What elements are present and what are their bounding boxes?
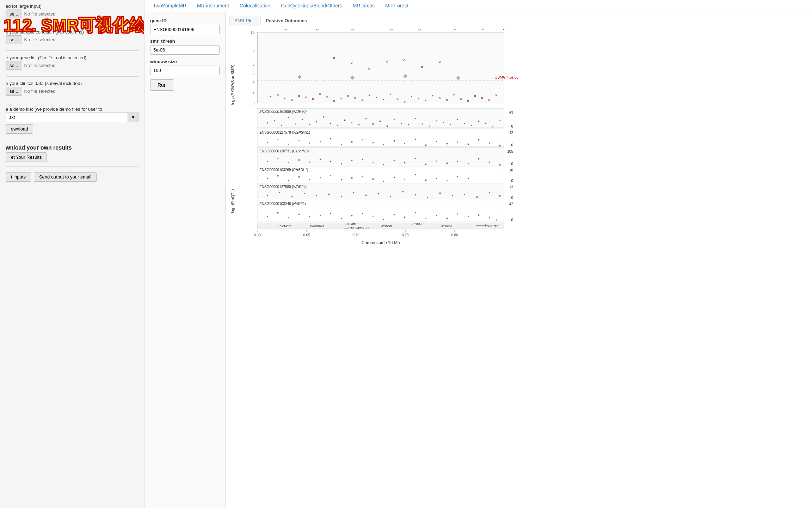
window-size-group: window size	[150, 59, 220, 75]
gene-list-no-file: No file selected	[24, 63, 56, 68]
svg-text:ENSG00000127580 (WDR24): ENSG00000127580 (WDR24)	[259, 185, 307, 189]
svg-text:6: 6	[252, 62, 254, 66]
download-heading: wnload your own results	[6, 145, 139, 151]
svg-text:ENSG00000103245 (NARFL): ENSG00000103245 (NARFL)	[259, 202, 306, 206]
sub-tab-positive-outcomes[interactable]: Positive Outcomes	[260, 16, 312, 25]
svg-text:13: 13	[509, 185, 513, 189]
large-input-file-row: se... No file selected	[6, 10, 139, 18]
tab-two-sample-mr[interactable]: TwoSampleMR	[148, 0, 191, 12]
tab-mr-forest[interactable]: MR Forest	[380, 0, 413, 12]
gene-list-section: e your gene list (The 1st col is selecte…	[6, 55, 139, 72]
svg-text:18: 18	[509, 168, 513, 172]
tab-colocalisation[interactable]: Colocalisation	[235, 0, 275, 12]
svg-text:-log₁₀(P GWAS or SMR): -log₁₀(P GWAS or SMR)	[230, 65, 235, 106]
svg-text:105: 105	[507, 150, 513, 153]
svg-text:ENSG00000130731 (C16orf13): ENSG00000130731 (C16orf13)	[259, 149, 309, 153]
content-area: gene ID smr_thresh window size Run SMR P…	[144, 12, 812, 508]
download-section: wnload your own results et Your Results	[6, 143, 139, 162]
smr-thresh-label: smr_thresh	[150, 38, 220, 44]
gene-id-input[interactable]	[150, 25, 220, 34]
svg-text:0: 0	[511, 196, 513, 200]
divider-6	[6, 166, 139, 167]
svg-text:8: 8	[252, 48, 254, 52]
window-size-label: window size	[150, 59, 220, 64]
tab-mr-circos[interactable]: MR circos	[348, 0, 380, 12]
svg-text:Chromosome 16 Mb: Chromosome 16 Mb	[362, 240, 400, 245]
smr-thresh-input[interactable]	[150, 45, 220, 55]
controls-panel: gene ID smr_thresh window size Run	[144, 12, 226, 508]
tab-mr-instrument[interactable]: MR instrument	[192, 0, 234, 12]
demo-dropdown-arrow-icon[interactable]: ▼	[128, 113, 139, 122]
bottom-buttons: t inputs Send output to your email	[6, 172, 139, 182]
left-panel: 112. SMR可视化绘图 ed for large input) se... …	[0, 0, 144, 508]
sub-tab-smr-plot[interactable]: SMR Plot	[229, 16, 259, 25]
svg-text:-log₁₀(P eQTL): -log₁₀(P eQTL)	[230, 189, 235, 214]
demo-download-btn[interactable]: ownload	[6, 124, 33, 134]
large-input-no-file: No file selected	[24, 11, 56, 17]
right-panel: TwoSampleMR MR instrument Colocalisation…	[144, 0, 812, 508]
svg-text:42: 42	[509, 202, 513, 206]
svg-text:RAB40C: RAB40C	[278, 224, 291, 228]
svg-text:pSMR = 5e-06: pSMR = 5e-06	[495, 75, 518, 79]
sample-condition-choose-btn[interactable]: se...	[6, 35, 22, 44]
sample-condition-label: e your sample condition (two columns)	[6, 29, 139, 35]
smr-thresh-group: smr_thresh	[150, 38, 220, 55]
sample-condition-section: e your sample condition (two columns) se…	[6, 29, 139, 46]
svg-text:5: 5	[252, 71, 254, 75]
demo-section-label: e a demo file: (we provide demo files fo…	[6, 107, 139, 112]
svg-text:0.65: 0.65	[303, 233, 310, 237]
svg-text:43: 43	[509, 110, 513, 114]
svg-text:NARFL: NARFL	[488, 224, 499, 228]
svg-text:0: 0	[511, 162, 513, 166]
sample-condition-file-row: se... No file selected	[6, 35, 139, 44]
svg-text:0: 0	[511, 179, 513, 183]
svg-text:WDR90: WDR90	[381, 224, 392, 228]
send-email-btn[interactable]: Send output to your email	[34, 172, 97, 182]
clear-inputs-btn[interactable]: t inputs	[6, 172, 31, 182]
svg-text:0.70: 0.70	[352, 233, 359, 237]
svg-text:WFIKKN1: WFIKKN1	[310, 224, 324, 228]
clinical-data-choose-btn[interactable]: se...	[6, 87, 22, 96]
large-input-choose-btn[interactable]: se...	[6, 10, 22, 18]
svg-text:WDR24: WDR24	[441, 224, 452, 228]
svg-text:10: 10	[251, 31, 255, 35]
svg-text:42: 42	[509, 131, 513, 135]
clinical-data-section: e your clinical data (survival included)…	[6, 81, 139, 98]
tab-gut-cytokines[interactable]: Gut/Cytokines/Blood/Others	[276, 0, 347, 12]
divider-5	[6, 138, 139, 138]
gene-list-choose-btn[interactable]: se...	[6, 61, 22, 70]
run-btn[interactable]: Run	[150, 79, 174, 91]
gene-list-file-row: se... No file selected	[6, 61, 139, 70]
svg-text:0.75: 0.75	[402, 233, 409, 237]
svg-text:0.60: 0.60	[254, 233, 261, 237]
demo-section: e a demo file: (we provide demo files fo…	[6, 107, 139, 134]
large-input-section: ed for large input) se... No file select…	[6, 4, 139, 20]
sub-tabs: SMR Plot Positive Outcomes	[229, 16, 808, 25]
large-input-label: ed for large input)	[6, 4, 139, 9]
svg-text:LA16c-349E10.1: LA16c-349E10.1	[345, 226, 369, 230]
gene-list-label: e your gene list (The 1st col is selecte…	[6, 55, 139, 60]
get-results-btn[interactable]: et Your Results	[6, 152, 47, 162]
svg-text:0: 0	[511, 143, 513, 147]
smr-chart-svg: -log₁₀(P GWAS or SMR) pSMR = 5e-06 10 8 …	[229, 29, 518, 283]
demo-file-select[interactable]: .txt	[6, 113, 128, 122]
chart-area: SMR Plot Positive Outcomes -log₁₀(P GWAS…	[226, 12, 812, 508]
window-size-input[interactable]	[150, 66, 220, 75]
svg-text:0: 0	[511, 125, 513, 128]
svg-text:2: 2	[252, 91, 254, 95]
svg-rect-2	[257, 32, 504, 103]
divider-2	[6, 50, 139, 51]
gene-id-group: gene ID	[150, 18, 220, 34]
svg-text:ENSG00000103269 (RHBDL1): ENSG00000103269 (RHBDL1)	[259, 168, 308, 172]
svg-text:0: 0	[252, 101, 254, 105]
svg-text:0: 0	[511, 218, 513, 222]
divider-1	[6, 25, 139, 25]
clinical-data-no-file: No file selected	[24, 89, 56, 94]
divider-4	[6, 102, 139, 102]
divider-3	[6, 76, 139, 77]
svg-text:0.80: 0.80	[451, 233, 458, 237]
gene-id-label: gene ID	[150, 18, 220, 23]
smr-chart-container: -log₁₀(P GWAS or SMR) pSMR = 5e-06 10 8 …	[229, 29, 808, 283]
svg-text:ENSG00000127578 (WEIKKN1): ENSG00000127578 (WEIKKN1)	[259, 131, 310, 134]
nav-tabs: TwoSampleMR MR instrument Colocalisation…	[144, 0, 812, 12]
